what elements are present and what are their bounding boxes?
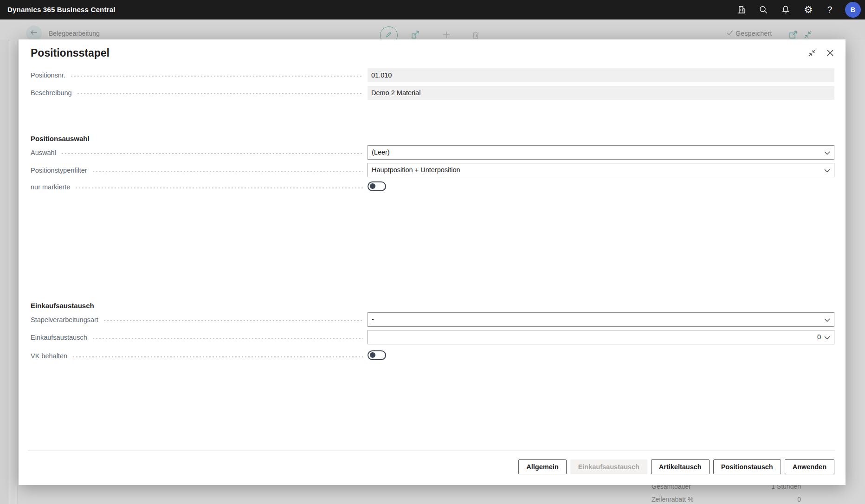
app-header: Dynamics 365 Business Central ⚙ ? B	[0, 0, 865, 19]
field-label: Positionsnr.	[31, 71, 65, 79]
dotted-leader	[103, 319, 363, 321]
gear-icon[interactable]: ⚙	[799, 0, 818, 19]
allgemein-button[interactable]: Allgemein	[518, 459, 566, 474]
stapelverarbeitungsart-dropdown[interactable]: -	[368, 312, 834, 327]
field-row-nur-markierte: nur markierte	[31, 181, 834, 193]
field-label: Stapelverarbeitungsart	[31, 316, 98, 323]
einkaufsaustausch-button: Einkaufsaustausch	[570, 459, 647, 474]
dotted-leader	[75, 187, 363, 188]
avatar-initial: B	[851, 6, 855, 13]
close-icon[interactable]	[825, 48, 835, 58]
section-heading-einkaufsaustausch: Einkaufsaustausch	[31, 302, 94, 310]
positionstypenfilter-dropdown[interactable]: Hauptposition + Unterposition	[368, 163, 834, 177]
positionstausch-button[interactable]: Positionstausch	[713, 459, 781, 474]
dotted-leader	[70, 75, 363, 77]
help-icon[interactable]: ?	[820, 0, 839, 19]
field-label: Positionstypenfilter	[31, 167, 87, 174]
field-label: Auswahl	[31, 149, 56, 156]
anwenden-button[interactable]: Anwenden	[785, 459, 834, 474]
collapse-dialog-icon[interactable]	[807, 48, 817, 58]
field-label: Beschreibung	[31, 89, 72, 97]
field-row-positionstypenfilter: Positionstypenfilter Hauptposition + Unt…	[31, 163, 834, 177]
beschreibung-field: Demo 2 Material	[368, 86, 834, 100]
user-avatar[interactable]: B	[845, 2, 861, 18]
positionsnr-field: 01.010	[368, 68, 834, 82]
field-row-positionsnr: Positionsnr. 01.010	[31, 68, 834, 82]
nur-markierte-toggle[interactable]	[368, 181, 386, 191]
field-row-einkaufsaustausch: Einkaufsaustausch 0	[31, 330, 834, 344]
vk-behalten-toggle[interactable]	[368, 350, 386, 360]
dotted-leader	[72, 355, 363, 357]
dotted-leader	[92, 337, 363, 339]
field-label: Einkaufsaustausch	[31, 334, 87, 341]
field-label: VK behalten	[31, 352, 67, 360]
field-row-beschreibung: Beschreibung Demo 2 Material	[31, 86, 834, 100]
section-heading-positionsauswahl: Positionsauswahl	[31, 135, 90, 142]
office-building-icon[interactable]	[732, 0, 751, 19]
app-title: Dynamics 365 Business Central	[7, 0, 116, 19]
footer-divider	[28, 451, 835, 451]
dotted-leader	[77, 92, 363, 94]
field-label: nur markierte	[31, 183, 70, 191]
field-row-vk-behalten: VK behalten	[31, 350, 834, 362]
screen: Belegbearbeitung Gespeichert	[0, 0, 865, 504]
dotted-leader	[61, 152, 363, 154]
field-row-stapelverarbeitungsart: Stapelverarbeitungsart -	[31, 312, 834, 327]
dotted-leader	[92, 170, 363, 172]
auswahl-dropdown[interactable]: (Leer)	[368, 145, 834, 160]
artikeltausch-button[interactable]: Artikeltausch	[651, 459, 710, 474]
dialog-footer: Allgemein Einkaufsaustausch Artikeltausc…	[518, 459, 834, 474]
einkaufsaustausch-dropdown[interactable]: 0	[368, 330, 834, 344]
positionsstapel-dialog: Positionsstapel Positionsnr. 01.010 Besc…	[19, 39, 846, 485]
dialog-title: Positionsstapel	[31, 47, 110, 59]
bell-icon[interactable]	[776, 0, 795, 19]
field-row-auswahl: Auswahl (Leer)	[31, 145, 834, 160]
search-icon[interactable]	[754, 0, 773, 19]
